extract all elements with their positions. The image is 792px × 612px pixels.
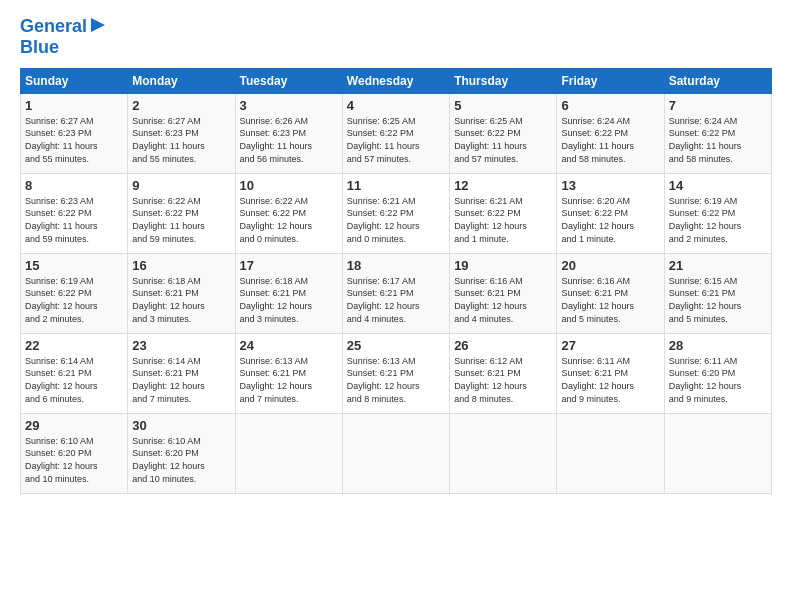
calendar-cell: 7Sunrise: 6:24 AM Sunset: 6:22 PM Daylig… [664, 93, 771, 173]
logo-blue: Blue [20, 37, 59, 57]
day-info: Sunrise: 6:18 AM Sunset: 6:21 PM Dayligh… [132, 275, 230, 325]
calendar-cell [342, 413, 449, 493]
calendar-header-row: SundayMondayTuesdayWednesdayThursdayFrid… [21, 68, 772, 93]
day-number: 25 [347, 338, 445, 353]
day-number: 12 [454, 178, 552, 193]
calendar-cell: 9Sunrise: 6:22 AM Sunset: 6:22 PM Daylig… [128, 173, 235, 253]
day-number: 10 [240, 178, 338, 193]
day-info: Sunrise: 6:11 AM Sunset: 6:20 PM Dayligh… [669, 355, 767, 405]
calendar-cell: 12Sunrise: 6:21 AM Sunset: 6:22 PM Dayli… [450, 173, 557, 253]
calendar-cell: 18Sunrise: 6:17 AM Sunset: 6:21 PM Dayli… [342, 253, 449, 333]
day-number: 1 [25, 98, 123, 113]
logo: General Blue [20, 16, 107, 58]
header: General Blue [20, 16, 772, 58]
day-info: Sunrise: 6:16 AM Sunset: 6:21 PM Dayligh… [454, 275, 552, 325]
day-number: 6 [561, 98, 659, 113]
logo-general: General [20, 16, 87, 36]
day-number: 30 [132, 418, 230, 433]
day-info: Sunrise: 6:13 AM Sunset: 6:21 PM Dayligh… [347, 355, 445, 405]
calendar-cell [235, 413, 342, 493]
day-number: 18 [347, 258, 445, 273]
day-info: Sunrise: 6:22 AM Sunset: 6:22 PM Dayligh… [240, 195, 338, 245]
header-thursday: Thursday [450, 68, 557, 93]
calendar-cell: 23Sunrise: 6:14 AM Sunset: 6:21 PM Dayli… [128, 333, 235, 413]
day-info: Sunrise: 6:15 AM Sunset: 6:21 PM Dayligh… [669, 275, 767, 325]
calendar-cell: 17Sunrise: 6:18 AM Sunset: 6:21 PM Dayli… [235, 253, 342, 333]
calendar-cell [450, 413, 557, 493]
day-number: 11 [347, 178, 445, 193]
header-saturday: Saturday [664, 68, 771, 93]
day-number: 27 [561, 338, 659, 353]
calendar-table: SundayMondayTuesdayWednesdayThursdayFrid… [20, 68, 772, 494]
day-info: Sunrise: 6:27 AM Sunset: 6:23 PM Dayligh… [132, 115, 230, 165]
day-number: 22 [25, 338, 123, 353]
calendar-cell: 4Sunrise: 6:25 AM Sunset: 6:22 PM Daylig… [342, 93, 449, 173]
calendar-week-2: 8Sunrise: 6:23 AM Sunset: 6:22 PM Daylig… [21, 173, 772, 253]
calendar-cell: 15Sunrise: 6:19 AM Sunset: 6:22 PM Dayli… [21, 253, 128, 333]
day-info: Sunrise: 6:10 AM Sunset: 6:20 PM Dayligh… [25, 435, 123, 485]
day-number: 17 [240, 258, 338, 273]
day-info: Sunrise: 6:25 AM Sunset: 6:22 PM Dayligh… [347, 115, 445, 165]
calendar-cell: 13Sunrise: 6:20 AM Sunset: 6:22 PM Dayli… [557, 173, 664, 253]
logo-arrow-icon [89, 16, 107, 34]
calendar-cell: 16Sunrise: 6:18 AM Sunset: 6:21 PM Dayli… [128, 253, 235, 333]
header-friday: Friday [557, 68, 664, 93]
day-number: 2 [132, 98, 230, 113]
day-number: 3 [240, 98, 338, 113]
header-wednesday: Wednesday [342, 68, 449, 93]
day-info: Sunrise: 6:26 AM Sunset: 6:23 PM Dayligh… [240, 115, 338, 165]
day-number: 20 [561, 258, 659, 273]
calendar-week-4: 22Sunrise: 6:14 AM Sunset: 6:21 PM Dayli… [21, 333, 772, 413]
day-number: 24 [240, 338, 338, 353]
svg-marker-0 [91, 18, 105, 32]
day-info: Sunrise: 6:17 AM Sunset: 6:21 PM Dayligh… [347, 275, 445, 325]
page: General Blue SundayMondayTuesdayWednesda… [0, 0, 792, 612]
calendar-cell: 26Sunrise: 6:12 AM Sunset: 6:21 PM Dayli… [450, 333, 557, 413]
day-info: Sunrise: 6:14 AM Sunset: 6:21 PM Dayligh… [132, 355, 230, 405]
day-number: 29 [25, 418, 123, 433]
day-info: Sunrise: 6:22 AM Sunset: 6:22 PM Dayligh… [132, 195, 230, 245]
day-number: 19 [454, 258, 552, 273]
calendar-cell [664, 413, 771, 493]
day-number: 14 [669, 178, 767, 193]
day-number: 26 [454, 338, 552, 353]
day-info: Sunrise: 6:19 AM Sunset: 6:22 PM Dayligh… [669, 195, 767, 245]
header-sunday: Sunday [21, 68, 128, 93]
day-info: Sunrise: 6:24 AM Sunset: 6:22 PM Dayligh… [561, 115, 659, 165]
calendar-cell: 3Sunrise: 6:26 AM Sunset: 6:23 PM Daylig… [235, 93, 342, 173]
calendar-cell: 29Sunrise: 6:10 AM Sunset: 6:20 PM Dayli… [21, 413, 128, 493]
day-info: Sunrise: 6:10 AM Sunset: 6:20 PM Dayligh… [132, 435, 230, 485]
calendar-week-5: 29Sunrise: 6:10 AM Sunset: 6:20 PM Dayli… [21, 413, 772, 493]
day-info: Sunrise: 6:21 AM Sunset: 6:22 PM Dayligh… [347, 195, 445, 245]
calendar-cell: 28Sunrise: 6:11 AM Sunset: 6:20 PM Dayli… [664, 333, 771, 413]
day-info: Sunrise: 6:13 AM Sunset: 6:21 PM Dayligh… [240, 355, 338, 405]
calendar-cell: 20Sunrise: 6:16 AM Sunset: 6:21 PM Dayli… [557, 253, 664, 333]
logo-text: General [20, 17, 87, 37]
calendar-week-3: 15Sunrise: 6:19 AM Sunset: 6:22 PM Dayli… [21, 253, 772, 333]
day-info: Sunrise: 6:27 AM Sunset: 6:23 PM Dayligh… [25, 115, 123, 165]
day-number: 8 [25, 178, 123, 193]
calendar-cell: 6Sunrise: 6:24 AM Sunset: 6:22 PM Daylig… [557, 93, 664, 173]
day-info: Sunrise: 6:23 AM Sunset: 6:22 PM Dayligh… [25, 195, 123, 245]
calendar-cell [557, 413, 664, 493]
calendar-cell: 14Sunrise: 6:19 AM Sunset: 6:22 PM Dayli… [664, 173, 771, 253]
calendar-week-1: 1Sunrise: 6:27 AM Sunset: 6:23 PM Daylig… [21, 93, 772, 173]
calendar-cell: 21Sunrise: 6:15 AM Sunset: 6:21 PM Dayli… [664, 253, 771, 333]
day-number: 7 [669, 98, 767, 113]
day-info: Sunrise: 6:25 AM Sunset: 6:22 PM Dayligh… [454, 115, 552, 165]
day-number: 13 [561, 178, 659, 193]
day-number: 5 [454, 98, 552, 113]
calendar-cell: 10Sunrise: 6:22 AM Sunset: 6:22 PM Dayli… [235, 173, 342, 253]
calendar-cell: 24Sunrise: 6:13 AM Sunset: 6:21 PM Dayli… [235, 333, 342, 413]
calendar-cell: 8Sunrise: 6:23 AM Sunset: 6:22 PM Daylig… [21, 173, 128, 253]
day-number: 21 [669, 258, 767, 273]
day-info: Sunrise: 6:18 AM Sunset: 6:21 PM Dayligh… [240, 275, 338, 325]
day-info: Sunrise: 6:20 AM Sunset: 6:22 PM Dayligh… [561, 195, 659, 245]
calendar-cell: 19Sunrise: 6:16 AM Sunset: 6:21 PM Dayli… [450, 253, 557, 333]
day-number: 28 [669, 338, 767, 353]
day-number: 23 [132, 338, 230, 353]
day-info: Sunrise: 6:12 AM Sunset: 6:21 PM Dayligh… [454, 355, 552, 405]
day-number: 16 [132, 258, 230, 273]
calendar-cell: 2Sunrise: 6:27 AM Sunset: 6:23 PM Daylig… [128, 93, 235, 173]
day-info: Sunrise: 6:14 AM Sunset: 6:21 PM Dayligh… [25, 355, 123, 405]
